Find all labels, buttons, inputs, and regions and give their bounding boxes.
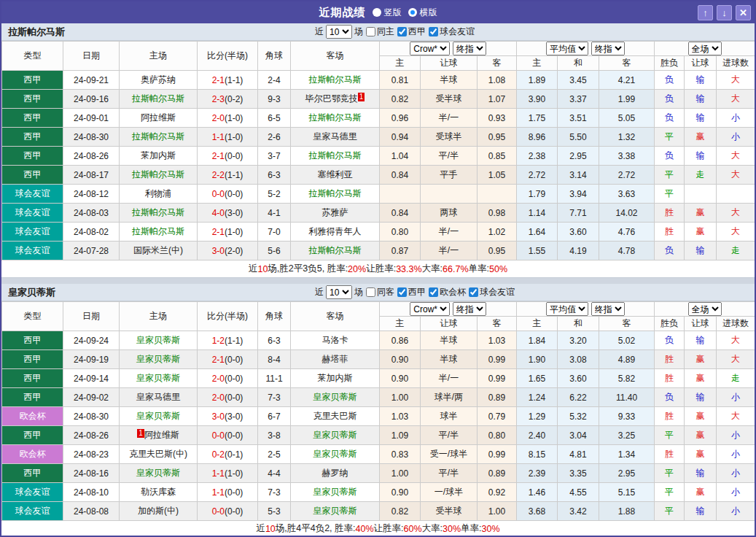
fulltime-select[interactable]: 全场 [688,302,722,316]
match-row: 欧会杯24-08-30皇家贝蒂斯3-0(3-0)6-7克里夫巴斯1.03球半0.… [2,407,755,426]
handicap-cell: 半/一 [421,369,478,388]
same-venue-checkbox[interactable] [366,27,375,36]
corner-cell: 2-4 [258,71,291,90]
close-button[interactable]: ✕ [736,5,751,20]
score-cell: 2-2(1-1) [198,166,258,185]
handicap-result-cell: 赢 [685,223,717,242]
summary-segment: 让胜率: [366,263,396,275]
score-cell: 0-0(0-0) [198,502,258,521]
team-label: 皇家贝蒂斯 [136,373,180,383]
halftime-score: (1-0) [225,113,243,123]
match-row: 球会友谊24-08-08加的斯(中)0-0(0-0)5-3皇家贝蒂斯0.82受半… [2,502,755,521]
team-label: 皇家贝蒂斯 [313,392,357,402]
league-checkbox[interactable] [429,287,438,297]
avg-home-cell: 8.96 [517,128,558,147]
match-row: 欧会杯24-08-23克里夫巴斯(中)0-2(0-1)2-5皇家贝蒂斯0.83受… [2,445,755,464]
team-label: 拉斯帕尔马斯 [309,245,362,255]
away-odds-cell [478,185,517,204]
away-odds-cell: 1.02 [478,223,517,242]
winloss-result-cell: 平 [655,483,685,502]
home-team-cell: 加的斯(中) [120,502,198,521]
home-odds-cell: 0.84 [380,166,421,185]
league-filter[interactable]: 西甲 [397,26,426,38]
same-venue-filter[interactable]: 同客 [365,286,394,298]
league-filter[interactable]: 欧会杯 [428,286,466,298]
winloss-result-cell: 负 [655,388,685,407]
match-row: 西甲24-08-30拉斯帕尔马斯1-1(1-0)2-6皇家马德里0.94受球半0… [2,128,755,147]
league-filter[interactable]: 球会友谊 [428,26,475,38]
same-venue-filter[interactable]: 同主 [365,26,394,38]
move-down-button[interactable]: ↓ [717,5,732,20]
team-label: 利雅得青年人 [309,226,362,236]
league-checkbox[interactable] [397,27,407,36]
average-select[interactable]: 平均值 [546,42,588,55]
league-filter[interactable]: 球会友谊 [468,286,515,298]
final-odds-select-2[interactable]: 终指 [591,302,625,316]
team-label: 克里夫巴斯(中) [129,449,187,459]
sub-goals: 进球数 [717,56,755,71]
team-label: 勒沃库森 [141,487,176,497]
match-date-cell: 24-08-08 [63,502,120,521]
summary-segment: 大率: [422,522,443,535]
home-odds-cell [380,185,421,204]
summary-segment: 场,胜4平4负2, 胜率: [276,522,356,535]
home-team-cell: 拉斯帕尔马斯 [120,128,198,147]
halftime-score: (0-0) [225,151,243,161]
move-up-button[interactable]: ↑ [698,5,713,20]
fulltime-select[interactable]: 全场 [688,42,722,55]
match-type-cell: 西甲 [2,90,63,109]
average-select[interactable]: 平均值 [546,302,588,316]
team-label: 阿拉维斯 [144,430,179,440]
home-team-cell: 克里夫巴斯(中) [120,445,198,464]
team-label: 毕尔巴鄂竞技 [305,93,358,104]
away-team-cell: 皇家贝蒂斯 [291,502,380,521]
handicap-cell: 半球 [421,350,478,369]
team-label: 赫塔菲 [322,354,348,364]
handicap-cell: 受球半 [421,128,478,147]
score-cell: 1-1(1-0) [198,464,258,483]
league-checkbox[interactable] [469,287,478,297]
sub-avg-draw: 和 [558,56,599,71]
home-odds-cell: 0.84 [380,204,421,223]
home-odds-cell: 0.82 [380,90,421,109]
recent-count-select[interactable]: 10 [326,25,352,39]
fulltime-score: 0-0 [212,506,225,517]
avg-away-cell: 4.21 [599,71,655,90]
team-label: 拉斯帕尔马斯 [132,169,184,179]
team-label: 国际米兰(中) [133,245,183,255]
avg-away-cell: 3.25 [599,426,655,445]
away-odds-cell: 0.79 [478,407,517,426]
home-odds-cell: 0.94 [380,128,421,147]
handicap-result-cell: 输 [685,90,717,109]
sub-avg-draw: 和 [558,317,599,331]
away-odds-cell: 0.99 [478,350,517,369]
radio-circle-icon[interactable] [373,8,381,17]
layout-radio-horizontal[interactable]: 横版 [408,7,437,19]
home-odds-cell: 0.82 [380,502,421,521]
bookmaker-select[interactable]: Crow* [410,42,450,55]
league-checkbox[interactable] [397,287,407,297]
bookmaker-select[interactable]: Crow* [410,302,450,316]
final-odds-select[interactable]: 终指 [453,302,486,316]
final-odds-select[interactable]: 终指 [453,42,486,55]
avg-draw-cell: 3.04 [558,426,599,445]
league-filter[interactable]: 西甲 [397,286,426,298]
sub-handicap: 让球 [421,317,478,331]
col-date: 日期 [63,302,120,331]
avg-draw-cell: 7.71 [558,204,599,223]
recent-count-select[interactable]: 10 [326,285,352,299]
match-type-cell: 西甲 [2,464,63,483]
match-date-cell: 24-08-26 [63,147,120,166]
away-odds-cell: 0.89 [478,388,517,407]
league-checkbox[interactable] [429,27,438,36]
halftime-score: (3-0) [225,412,243,422]
corner-cell: 2-6 [258,128,291,147]
same-venue-checkbox[interactable] [366,287,375,297]
radio-selected-icon[interactable] [408,8,417,17]
team-label: 奥萨苏纳 [141,74,176,85]
fulltime-score: 2-0 [212,393,225,403]
layout-radio-vertical[interactable]: 竖版 [373,7,402,19]
winloss-result-cell: 胜 [655,350,685,369]
fulltime-score: 2-3 [212,94,225,104]
final-odds-select-2[interactable]: 终指 [591,42,625,55]
